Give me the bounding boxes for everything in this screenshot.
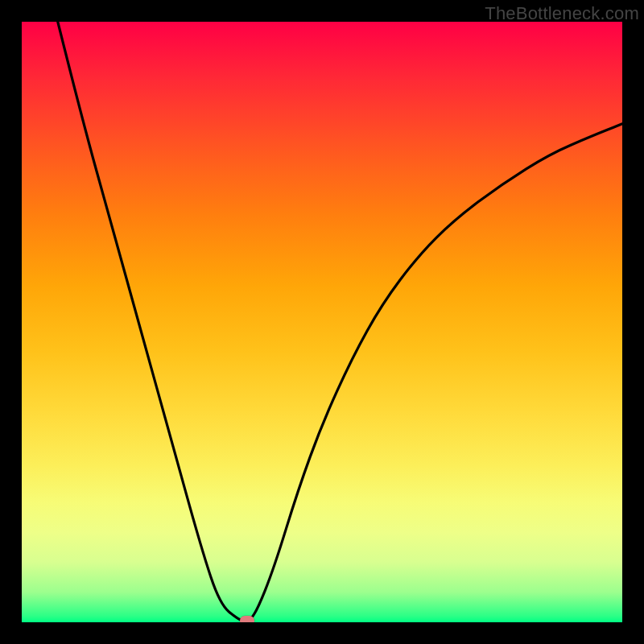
curve-svg: [22, 22, 622, 622]
watermark-text: TheBottleneck.com: [485, 3, 639, 24]
chart-frame: TheBottleneck.com: [0, 0, 644, 644]
plot-area: [22, 22, 622, 622]
bottleneck-curve: [58, 22, 622, 621]
optimal-point-marker: [240, 616, 254, 622]
